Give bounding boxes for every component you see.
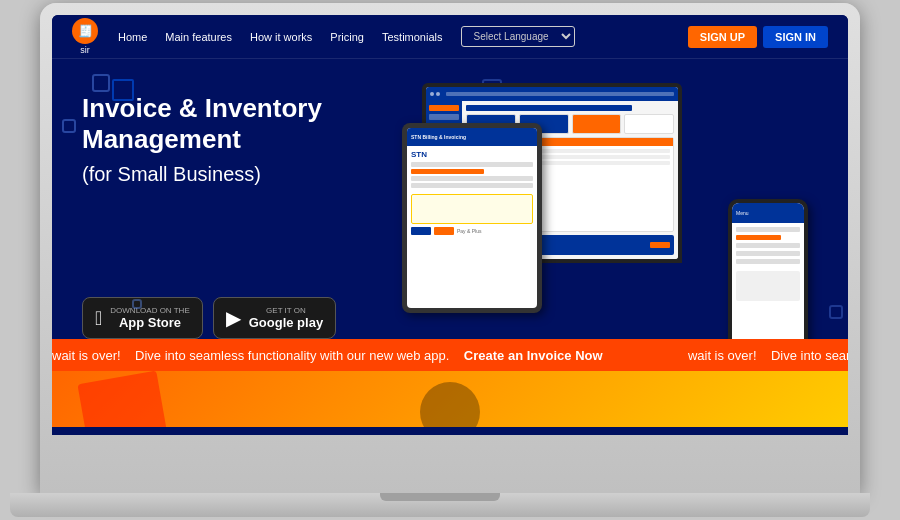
tablet-logo-text: STN: [411, 150, 533, 159]
hero-title: Invoice & Inventory Management: [82, 93, 402, 155]
phone-row-2: [736, 235, 781, 240]
signin-button[interactable]: SIGN IN: [763, 26, 828, 48]
googleplay-button[interactable]: ▶ GET IT ON Google play: [213, 297, 336, 339]
laptop-container: 🧾 sir Home Main features How it works Pr…: [30, 3, 870, 517]
nav-how-it-works[interactable]: How it works: [250, 31, 312, 43]
hero-section: Invoice & Inventory Management (for Smal…: [52, 59, 848, 339]
mock-nav-dot-2: [436, 92, 440, 96]
laptop-screen: 🧾 sir Home Main features How it works Pr…: [52, 15, 848, 435]
tablet-row-3: [411, 183, 533, 188]
mock-action-btn: [650, 242, 670, 248]
mock-nav-bar: [446, 92, 674, 96]
deco-box-2: [62, 119, 76, 133]
googleplay-text: GET IT ON Google play: [249, 306, 323, 330]
bottom-section: [52, 371, 848, 427]
mock-card-orange-1: [572, 114, 622, 134]
device-phone-screen: Menu: [732, 203, 804, 339]
phone-card: [736, 271, 800, 301]
tablet-payment-row: Pay & Plus: [411, 227, 533, 235]
nav-home[interactable]: Home: [118, 31, 147, 43]
laptop-outer: 🧾 sir Home Main features How it works Pr…: [40, 3, 860, 493]
tablet-content: STN Pay & Plus: [407, 146, 537, 239]
mock-nav: [426, 87, 678, 101]
tablet-invoice-area: [411, 194, 533, 224]
tablet-row-highlight: [411, 169, 484, 174]
phone-content: [732, 223, 804, 305]
device-tablet-screen: STN Billing & Invoicing STN: [407, 128, 537, 308]
logo-icon: 🧾: [72, 18, 98, 44]
mock-card-white-1: [624, 114, 674, 134]
laptop-base: [10, 493, 870, 517]
nav-pricing[interactable]: Pricing: [330, 31, 364, 43]
mock-title-bar: [466, 105, 632, 111]
logo-area: 🧾 sir: [72, 18, 98, 55]
mock-sidebar-item-2: [429, 114, 459, 120]
nav-main-features[interactable]: Main features: [165, 31, 232, 43]
hero-right: STN Billing & Invoicing STN: [402, 83, 818, 339]
appstore-button[interactable]:  Download on the App Store: [82, 297, 203, 339]
nav-links: Home Main features How it works Pricing …: [118, 26, 678, 47]
nav-buttons: SIGN UP SIGN IN: [688, 26, 828, 48]
appstore-text: Download on the App Store: [110, 306, 189, 330]
bottom-deco-shape: [77, 371, 166, 427]
tablet-row-2: [411, 176, 533, 181]
nav-testimonials[interactable]: Testimonials: [382, 31, 443, 43]
tablet-pay-btn2: [434, 227, 454, 235]
tablet-header: STN Billing & Invoicing: [407, 128, 537, 146]
tablet-header-text: STN Billing & Invoicing: [411, 134, 466, 140]
logo-text: sir: [80, 45, 90, 55]
tablet-pay-btn: [411, 227, 431, 235]
ticker-bar: wait is over! Dive into seamless functio…: [52, 339, 848, 371]
phone-row-3: [736, 243, 800, 248]
mock-nav-dot-1: [430, 92, 434, 96]
device-phone: Menu: [728, 199, 808, 339]
hero-subtitle: (for Small Business): [82, 163, 402, 186]
tablet-pay-text: Pay & Plus: [457, 228, 481, 234]
phone-row-4: [736, 251, 800, 256]
deco-box-3: [132, 299, 142, 309]
deco-box-1: [92, 74, 110, 92]
signup-button[interactable]: SIGN UP: [688, 26, 757, 48]
store-buttons:  Download on the App Store ▶ GET IT ON …: [82, 297, 402, 339]
tablet-row-1: [411, 162, 533, 167]
phone-header-text: Menu: [736, 210, 749, 216]
ticker-inner: wait is over! Dive into seamless functio…: [52, 348, 848, 363]
hero-left: Invoice & Inventory Management (for Smal…: [82, 83, 402, 339]
ticker-text-1: wait is over! Dive into seamless functio…: [52, 348, 628, 363]
apple-icon: : [95, 307, 102, 330]
language-select[interactable]: Select Language: [461, 26, 575, 47]
mock-sidebar-item-1: [429, 105, 459, 111]
device-tablet: STN Billing & Invoicing STN: [402, 123, 542, 313]
deco-box-5: [829, 305, 843, 319]
phone-row-1: [736, 227, 800, 232]
googleplay-icon: ▶: [226, 306, 241, 330]
phone-header: Menu: [732, 203, 804, 223]
bottom-circle: [420, 382, 480, 427]
navbar: 🧾 sir Home Main features How it works Pr…: [52, 15, 848, 59]
ticker-text-2: wait is over! Dive into seamless functio…: [688, 348, 848, 363]
phone-row-5: [736, 259, 800, 264]
